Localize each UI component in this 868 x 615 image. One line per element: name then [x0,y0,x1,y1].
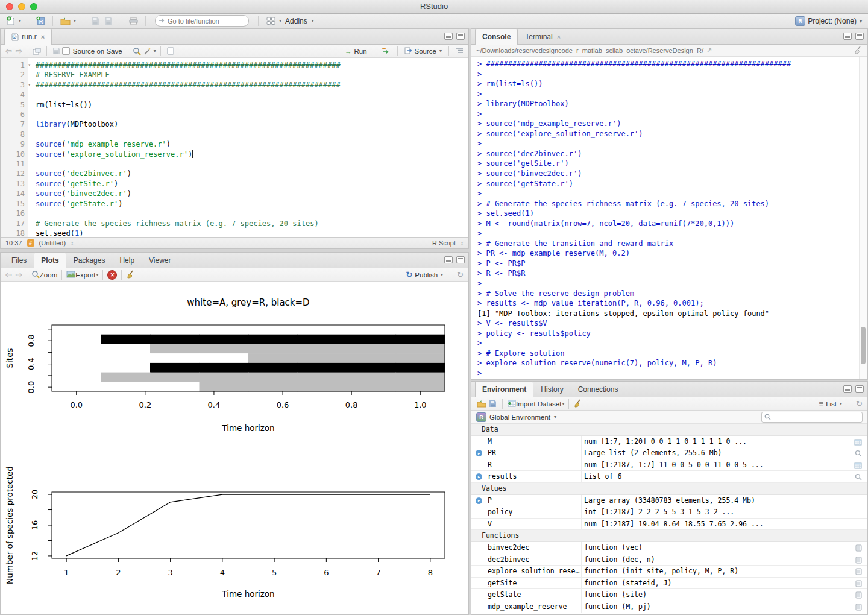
environment-scope-selector[interactable]: Global Environment [489,414,550,421]
view-object-icon[interactable] [855,603,862,614]
environment-search-input[interactable] [761,412,863,423]
env-row-explore-solution-rese-[interactable]: explore_solution_rese…function (init_sit… [471,566,867,578]
code-line[interactable]: rm(list=ls()) [36,100,341,110]
environment-scope-dropdown-icon[interactable]: ▾ [554,414,556,420]
zoom-plot-button[interactable]: Zoom [40,271,57,279]
tab-console[interactable]: Console [475,28,518,45]
minimize-window-button[interactable] [18,3,25,10]
env-row-mdp-example-reserve[interactable]: mdp_example_reservefunction (M, pj) [471,601,867,613]
close-window-button[interactable] [6,3,13,10]
view-object-icon[interactable] [855,473,862,485]
minimize-pane-icon[interactable] [843,385,852,393]
import-dataset-button[interactable]: Import Dataset [516,400,561,408]
fold-arrow-icon[interactable]: ▾ [28,80,31,90]
source-dropdown-icon[interactable]: ▾ [439,48,442,54]
remove-plot-icon[interactable]: ✕ [107,270,117,280]
code-line[interactable]: ########################################… [36,60,341,70]
back-icon[interactable]: ⇦ [5,46,12,55]
tab-viewer[interactable]: Viewer [142,252,178,268]
project-selector[interactable]: R Project: (None) ▾ [795,14,862,28]
save-source-icon[interactable] [51,45,62,57]
document-outline-icon[interactable] [456,47,464,55]
maximize-pane-icon[interactable] [456,33,465,40]
forward-icon[interactable]: ⇨ [16,46,22,55]
print-icon[interactable] [128,15,139,27]
code-line[interactable]: source('explore_solution_reserve.r') [36,150,341,159]
env-row-r[interactable]: Rnum [1:2187, 1:7] 11 0 0 5 0 0 11 0 0 5… [471,459,867,472]
save-icon[interactable] [90,15,101,27]
console-output[interactable]: > ######################################… [471,57,859,379]
maximize-pane-icon[interactable] [855,385,864,393]
env-row-v[interactable]: Vnum [1:2187] 19.04 8.64 18.55 7.65 2.96… [471,519,867,531]
close-tab-icon[interactable]: × [41,33,45,40]
tab-packages[interactable]: Packages [66,252,113,268]
code-line[interactable]: # RESERVE EXAMPLE [36,70,341,80]
list-view-dropdown-icon[interactable]: ▾ [840,401,842,406]
load-workspace-icon[interactable] [476,398,487,410]
addins-grid-icon[interactable] [265,15,276,27]
code-line[interactable]: source('binvec2dec.r') [36,189,341,198]
fold-arrow-icon[interactable]: ▾ [28,60,31,70]
code-line[interactable]: ########################################… [36,80,341,90]
clear-console-broom-icon[interactable] [854,46,863,55]
new-file-icon[interactable] [5,15,16,27]
env-row-dec2binvec[interactable]: dec2binvecfunction (dec, n) [471,554,867,566]
goto-directory-icon[interactable]: ↗ [706,46,712,54]
code-tools-wand-icon[interactable] [142,45,153,57]
publish-button[interactable]: Publish [415,271,438,279]
tab-run-r[interactable]: R run.r × [4,28,52,45]
open-file-dropdown-icon[interactable]: ▾ [74,18,76,24]
refresh-plot-icon[interactable]: ↻ [457,270,464,279]
tab-terminal[interactable]: Terminal× [518,28,568,44]
code-line[interactable] [36,209,341,218]
next-plot-icon[interactable]: ⇨ [16,270,22,279]
code-line[interactable]: source('getSite.r') [36,179,341,189]
refresh-environment-icon[interactable]: ↻ [856,399,863,408]
code-line[interactable]: source('mdp_example_reserve.r') [36,139,341,149]
addins-grid-dropdown-icon[interactable]: ▾ [279,18,281,24]
minimize-pane-icon[interactable] [444,33,453,40]
goto-file-input[interactable] [155,15,249,27]
source-on-save-checkbox[interactable] [62,47,70,55]
scope-selector[interactable]: (Untitled) [39,239,66,247]
addins-menu[interactable]: Addins [285,17,307,25]
code-line[interactable] [36,110,341,119]
import-dataset-dropdown-icon[interactable]: ▾ [562,401,564,406]
clear-environment-broom-icon[interactable] [573,399,582,409]
rerun-icon[interactable] [381,47,391,55]
tab-environment[interactable]: Environment [475,381,533,397]
env-row-binvec2dec[interactable]: binvec2decfunction (vec) [471,542,867,554]
new-file-dropdown-icon[interactable]: ▾ [19,18,21,24]
tab-connections[interactable]: Connections [571,381,626,397]
code-line[interactable]: set.seed(1) [36,229,341,237]
maximize-pane-icon[interactable] [855,33,864,40]
code-tools-dropdown-icon[interactable]: ▾ [154,48,156,54]
code-line[interactable]: library(MDPtoolbox) [36,119,341,129]
tab-history[interactable]: History [533,381,570,397]
minimize-pane-icon[interactable] [843,33,852,40]
code-line[interactable] [36,130,341,139]
zoom-window-button[interactable] [30,3,37,10]
save-all-icon[interactable] [103,15,114,27]
code-line[interactable] [36,90,341,99]
tab-plots[interactable]: Plots [34,252,66,268]
env-row-getstate[interactable]: getStatefunction (site) [471,589,867,601]
addins-dropdown-icon[interactable]: ▾ [312,18,314,24]
expand-object-icon[interactable]: ▶ [476,473,482,480]
expand-object-icon[interactable]: ▶ [476,497,482,504]
code-line[interactable] [36,159,341,169]
open-file-icon[interactable] [60,15,71,27]
clear-plots-broom-icon[interactable] [126,270,135,280]
env-row-pr[interactable]: ▶PRLarge list (2 elements, 255.6 Mb) [471,447,867,459]
compile-report-icon[interactable] [165,45,176,57]
env-row-getsite[interactable]: getSitefunction (stateid, J) [471,578,867,590]
new-project-icon[interactable]: R [35,15,46,27]
editor-code[interactable]: ########################################… [28,58,341,237]
publish-dropdown-icon[interactable]: ▾ [441,272,443,277]
code-line[interactable]: # Generate the species richness matrix (… [36,219,341,229]
code-line[interactable]: source('getState.r') [36,199,341,209]
export-dropdown-icon[interactable]: ▾ [96,272,98,277]
code-editor[interactable]: 1▾23▾45678910111213141516171819 ########… [1,58,468,237]
tab-help[interactable]: Help [112,252,142,268]
env-row-results[interactable]: ▶resultsList of 6 [471,471,867,483]
